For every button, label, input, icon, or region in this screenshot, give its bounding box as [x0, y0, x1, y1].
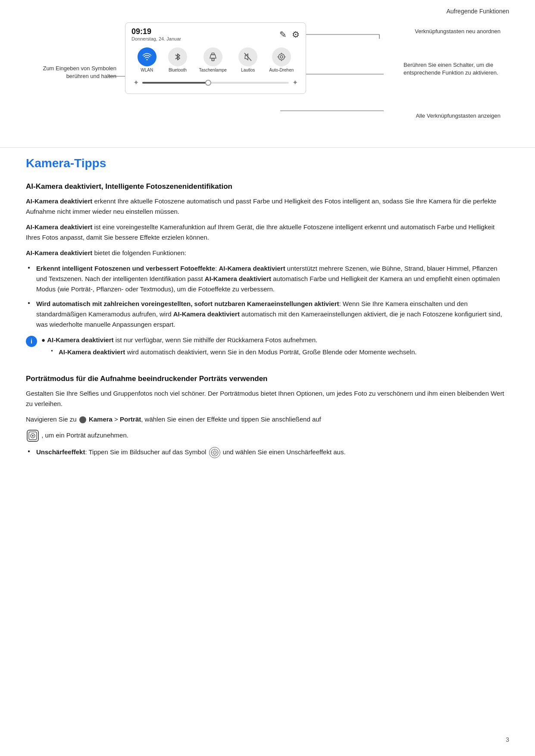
info-block: i ● AI-Kamera deaktiviert ist nur verfüg…: [26, 335, 509, 361]
info-icon: i: [26, 336, 37, 347]
sub2-para2: Navigieren Sie zu Kamera > Porträt, wähl…: [26, 414, 509, 425]
svg-point-9: [278, 54, 285, 60]
page-number: 3: [506, 736, 509, 743]
toggle-bluetooth[interactable]: Bluetooth: [168, 47, 187, 72]
feature-list: Erkennt intelligent Fotoszenen und verbe…: [26, 263, 509, 330]
lautlos-icon: [238, 47, 257, 66]
diagram-area: Zum Eingeben von Symbolen berühren und h…: [26, 18, 509, 139]
sub1-para2: AI-Kamera deaktiviert ist eine voreinges…: [26, 222, 509, 243]
ann-right-beruehren: Berühren Sie einen Schalter, um die ents…: [404, 61, 501, 77]
info-content: ● AI-Kamera deaktiviert ist nur verfügba…: [41, 335, 509, 361]
ann-left-symbole: Zum Eingeben von Symbolen berühren und h…: [34, 65, 116, 80]
camera-nav-icon: [79, 416, 86, 423]
auto-drehen-label: Auto-Drehen: [269, 68, 294, 72]
bluetooth-label: Bluetooth: [169, 68, 187, 72]
sub1-para3: AI-Kamera deaktiviert bietet die folgend…: [26, 248, 509, 258]
ann-right-alle: Alle Verknüpfungstasten anzeigen: [416, 112, 501, 120]
brightness-row: ✦ ✦: [131, 76, 300, 87]
brightness-low-icon: ✦: [133, 78, 139, 87]
blur-effect-icon: [209, 447, 220, 458]
wlan-label: WLAN: [141, 68, 153, 72]
sub-title-2: Porträtmodus für die Aufnahme beeindruck…: [26, 375, 509, 383]
sub-title-1: AI-Kamera deaktiviert, Intelligente Foto…: [26, 182, 509, 191]
taschenlampe-label: Taschenlampe: [199, 68, 226, 72]
shutter-icon: [27, 430, 39, 442]
toggle-lautlos[interactable]: Lautlos: [238, 47, 257, 72]
bluetooth-icon: [168, 47, 187, 66]
svg-point-13: [32, 435, 34, 437]
time-block: 09:19 Donnerstag, 24. Januar: [131, 27, 181, 41]
lautlos-label: Lautlos: [241, 68, 255, 72]
edit-icon: ✎: [279, 29, 287, 40]
section-title: Kamera-Tipps: [26, 156, 509, 170]
feature-item-2: Wird automatisch mit zahlreichen voreing…: [26, 299, 509, 330]
info-text-1: ● AI-Kamera deaktiviert ist nur verfügba…: [41, 335, 509, 345]
page-section-label: Aufregende Funktionen: [26, 8, 509, 15]
sub1-para1: AI-Kamera deaktiviert erkennt Ihre aktue…: [26, 196, 509, 217]
svg-point-10: [280, 56, 283, 58]
ann-right-verknuepfung: Verknüpfungstasten neu anordnen: [415, 28, 501, 35]
settings-gear-icon: ⚙: [292, 29, 300, 40]
quick-toggle-row: WLAN Bluetooth: [131, 46, 300, 76]
info-sub-item-1: AI-Kamera deaktiviert wird automatisch d…: [50, 347, 509, 357]
toggle-auto-drehen[interactable]: Auto-Drehen: [269, 47, 294, 72]
portrait-feature-item-1: Unschärfeeffekt: Tippen Sie im Bildsuche…: [26, 447, 509, 458]
sub2-para2b: , um ein Porträt aufzunehmen.: [26, 430, 509, 442]
brightness-bar[interactable]: [142, 82, 289, 84]
portrait-feature-list: Unschärfeeffekt: Tippen Sie im Bildsuche…: [26, 447, 509, 458]
auto-drehen-icon: [272, 47, 291, 66]
sub2-para1: Gestalten Sie Ihre Selfies und Gruppenfo…: [26, 388, 509, 409]
status-bar: 09:19 Donnerstag, 24. Januar ✎ ⚙: [131, 27, 300, 41]
wlan-icon: [138, 47, 156, 66]
clock-time: 09:19: [131, 27, 181, 36]
status-icons: ✎ ⚙: [279, 29, 300, 40]
phone-mockup: 09:19 Donnerstag, 24. Januar ✎ ⚙: [125, 22, 306, 94]
toggle-wlan[interactable]: WLAN: [138, 47, 156, 72]
toggle-taschenlampe[interactable]: Taschenlampe: [199, 47, 226, 72]
content-section: Kamera-Tipps AI-Kamera deaktiviert, Inte…: [0, 147, 535, 481]
feature-item-1: Erkennt intelligent Fotoszenen und verbe…: [26, 263, 509, 294]
brightness-high-icon: ✦: [292, 78, 298, 87]
taschenlampe-icon: [203, 47, 222, 66]
info-sub-list: AI-Kamera deaktiviert wird automatisch d…: [50, 347, 509, 357]
clock-date: Donnerstag, 24. Januar: [131, 36, 181, 41]
